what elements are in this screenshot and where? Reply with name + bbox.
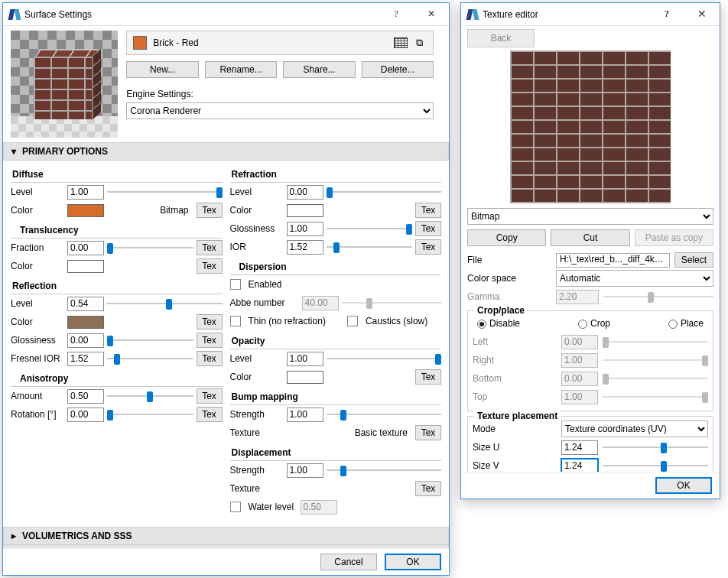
cut-button[interactable]: Cut (551, 229, 629, 246)
sizev-input[interactable] (561, 459, 598, 473)
reflection-gloss-input[interactable] (67, 333, 104, 348)
material-preview (11, 31, 118, 138)
waterlevel-input (301, 500, 337, 515)
hatch-icon[interactable] (393, 36, 408, 50)
bump-tex[interactable]: Tex (415, 425, 441, 440)
close-button[interactable]: ✕ (684, 3, 720, 26)
diffuse-color[interactable] (67, 204, 104, 217)
copy-button[interactable]: Copy (467, 229, 546, 246)
refr-color-tex[interactable]: Tex (415, 203, 441, 218)
reflection-ior-tex[interactable]: Tex (197, 351, 223, 366)
translucency-fraction-input[interactable] (67, 241, 104, 255)
link-icon[interactable]: ⧉ (411, 36, 427, 50)
opacity-color[interactable] (287, 371, 323, 384)
group-refraction: Refraction (230, 167, 442, 183)
group-diffuse: Diffuse (11, 167, 223, 183)
reflection-ior-input[interactable] (67, 352, 104, 366)
dispersion-enabled-checkbox[interactable] (230, 279, 241, 290)
file-path[interactable]: H:\_tex\red_b..._diff_4k.jpg (556, 253, 670, 268)
refr-level-slider[interactable] (327, 185, 442, 199)
diffuse-level-input[interactable] (67, 185, 104, 200)
abbe-input (302, 296, 339, 310)
radio-crop[interactable]: Crop (578, 318, 610, 329)
rename-button[interactable]: Rename... (205, 61, 278, 78)
reflection-gloss-tex[interactable]: Tex (197, 333, 223, 348)
help-button[interactable]: ? (649, 3, 684, 26)
disp-strength-slider[interactable] (327, 463, 442, 477)
placement-fieldset: Texture placement ModeTexture coordinate… (467, 416, 713, 480)
refr-color[interactable] (287, 204, 323, 217)
select-file-button[interactable]: Select (674, 252, 713, 268)
refr-gloss-input[interactable] (287, 222, 323, 236)
refr-ior-slider[interactable] (327, 240, 413, 254)
reflection-color[interactable] (67, 316, 104, 329)
gamma-slider (603, 290, 713, 304)
aniso-amount-tex[interactable]: Tex (197, 388, 223, 404)
colorspace-select[interactable]: Automatic (556, 270, 713, 287)
crop-right (561, 353, 598, 368)
aniso-amount-slider[interactable] (107, 389, 193, 403)
texture-type-select[interactable]: Bitmap (467, 208, 713, 225)
delete-button[interactable]: Delete... (362, 61, 434, 78)
reflection-ior-slider[interactable] (107, 352, 193, 365)
bump-texture-label: Basic texture (287, 427, 413, 438)
section-primary[interactable]: ▾PRIMARY OPTIONS (3, 142, 449, 161)
diffuse-tex[interactable]: Tex (197, 203, 223, 218)
refr-gloss-tex[interactable]: Tex (415, 221, 441, 236)
engine-select[interactable]: Corona Renderer (126, 102, 434, 119)
reflection-color-tex[interactable]: Tex (197, 314, 223, 330)
share-button[interactable]: Share... (283, 61, 356, 78)
group-bump: Bump mapping (230, 389, 442, 405)
group-dispersion: Dispersion (230, 259, 442, 275)
section-volumetrics[interactable]: ▸VOLUMETRICS AND SSS (3, 527, 449, 545)
crop-top (561, 390, 598, 404)
reflection-level-input[interactable] (67, 297, 104, 311)
refr-gloss-slider[interactable] (327, 222, 413, 235)
translucency-color-tex[interactable]: Tex (197, 258, 223, 274)
caustics-checkbox[interactable] (347, 316, 358, 326)
help-button[interactable]: ? (379, 3, 414, 26)
material-name: Brick - Red (153, 37, 390, 48)
refr-ior-tex[interactable]: Tex (415, 239, 441, 255)
aniso-rot-tex[interactable]: Tex (197, 407, 223, 422)
ok-button[interactable]: OK (385, 554, 441, 570)
reflection-level-slider[interactable] (107, 297, 223, 310)
sizeu-input[interactable] (561, 440, 598, 455)
material-color-swatch[interactable] (133, 36, 147, 50)
opacity-level-input[interactable] (287, 352, 323, 366)
radio-place[interactable]: Place (668, 318, 704, 329)
waterlevel-checkbox[interactable] (230, 502, 241, 512)
ok-button[interactable]: OK (655, 477, 712, 494)
texture-editor-window: Texture editor ? ✕ Back Bitmap Copy Cut … (460, 2, 720, 499)
back-button[interactable]: Back (467, 29, 535, 47)
window-title: Texture editor (483, 9, 649, 20)
refr-ior-input[interactable] (287, 240, 323, 255)
radio-disable[interactable]: Disable (477, 318, 520, 329)
thin-checkbox[interactable] (230, 316, 241, 326)
diffuse-level-slider[interactable] (107, 185, 223, 199)
new-button[interactable]: New... (126, 61, 199, 78)
close-button[interactable]: ✕ (414, 3, 449, 26)
sizeu-slider[interactable] (603, 440, 708, 454)
translucency-fraction-tex[interactable]: Tex (197, 240, 223, 255)
aniso-rot-input[interactable] (67, 408, 104, 422)
placement-mode-select[interactable]: Texture coordinates (UV) (561, 421, 708, 437)
opacity-color-tex[interactable]: Tex (415, 369, 441, 385)
bump-strength-slider[interactable] (327, 408, 442, 421)
aniso-rot-slider[interactable] (107, 408, 193, 421)
reflection-gloss-slider[interactable] (107, 333, 193, 347)
preview-cube (34, 49, 99, 119)
translucency-fraction-slider[interactable] (107, 241, 193, 255)
disp-strength-input[interactable] (287, 463, 323, 478)
abbe-slider (342, 296, 442, 310)
preview-floor (11, 116, 118, 138)
aniso-amount-input[interactable] (67, 389, 104, 404)
chevron-down-icon: ▾ (11, 146, 19, 157)
refr-level-input[interactable] (287, 185, 323, 200)
cancel-button[interactable]: Cancel (320, 554, 377, 570)
opacity-level-slider[interactable] (327, 352, 442, 365)
disp-tex[interactable]: Tex (415, 481, 441, 496)
translucency-color[interactable] (67, 260, 104, 273)
sizev-slider[interactable] (603, 459, 708, 472)
bump-strength-input[interactable] (287, 408, 323, 422)
